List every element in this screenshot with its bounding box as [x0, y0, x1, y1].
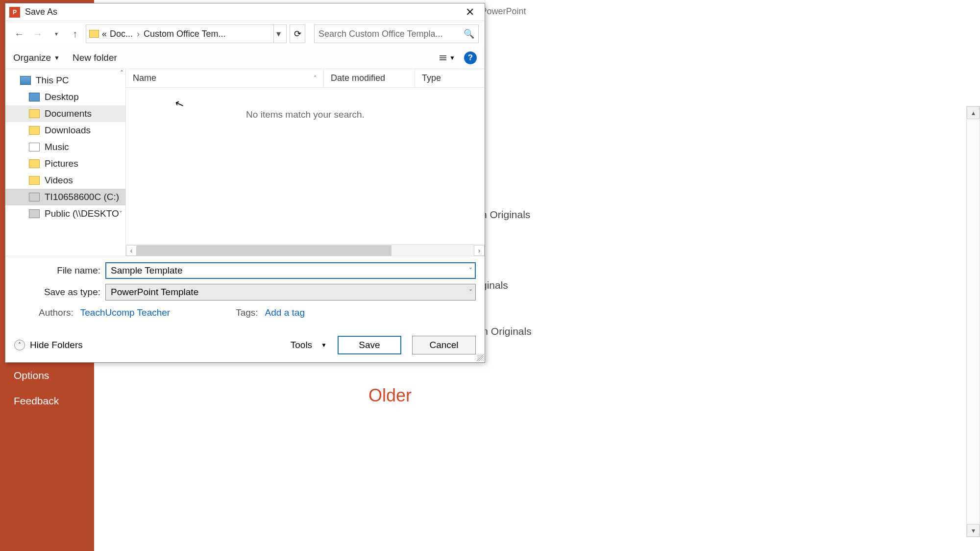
- documents-icon: [29, 109, 40, 118]
- search-placeholder: Search Custom Office Templa...: [318, 29, 442, 39]
- chevron-down-icon[interactable]: ˅: [469, 267, 472, 275]
- scroll-thumb[interactable]: [137, 245, 392, 256]
- view-mode-button[interactable]: ▼: [440, 54, 455, 61]
- scroll-down-icon[interactable]: ▾: [967, 524, 980, 537]
- refresh-button[interactable]: ⟳: [290, 25, 305, 43]
- savetype-select[interactable]: PowerPoint Template˅: [105, 284, 476, 301]
- pictures-icon: [29, 159, 40, 168]
- file-list-pane: Name˄ Date modified Type No items match …: [126, 69, 485, 256]
- folder-tree: ˄ This PC Desktop Documents Downloads Mu…: [5, 69, 126, 256]
- column-header-name[interactable]: Name˄: [126, 69, 324, 87]
- tree-item-music[interactable]: Music: [5, 139, 125, 155]
- dialog-toolbar: Organize▼ New folder ▼ ?: [5, 47, 485, 69]
- save-as-dialog: P Save As ✕ ← → ▾ ↑ « Doc... › Custom Of…: [5, 3, 485, 363]
- breadcrumb-segment[interactable]: «: [102, 29, 107, 39]
- dialog-title: Save As: [25, 7, 57, 17]
- new-folder-button[interactable]: New folder: [73, 52, 117, 63]
- savetype-label: Save as type:: [14, 287, 100, 298]
- column-header-date[interactable]: Date modified: [324, 69, 415, 87]
- powerpoint-app-icon: P: [9, 7, 20, 18]
- chevron-down-icon[interactable]: ˅: [119, 210, 122, 218]
- sort-indicator-icon: ˄: [314, 75, 317, 82]
- nav-back-button[interactable]: ←: [11, 26, 27, 42]
- pc-icon: [20, 76, 31, 85]
- drive-icon: [29, 193, 40, 201]
- tree-item-drive-c[interactable]: TI10658600C (C:): [5, 189, 125, 205]
- scroll-left-icon[interactable]: ‹: [126, 245, 137, 256]
- tree-scroll-up-icon[interactable]: ˄: [120, 69, 123, 77]
- organize-menu[interactable]: Organize▼: [13, 52, 60, 63]
- horizontal-scrollbar[interactable]: ‹ ›: [126, 244, 485, 256]
- videos-icon: [29, 176, 40, 185]
- authors-label: Authors:: [39, 307, 74, 318]
- save-button[interactable]: Save: [338, 336, 401, 354]
- tree-item-pictures[interactable]: Pictures: [5, 155, 125, 172]
- tags-value[interactable]: Add a tag: [265, 307, 305, 318]
- tree-item-desktop[interactable]: Desktop: [5, 89, 125, 105]
- chevron-down-icon: ▼: [321, 342, 327, 349]
- list-view-icon: [440, 55, 446, 60]
- nav-history-dropdown[interactable]: ▾: [49, 26, 64, 42]
- chevron-down-icon: ▼: [449, 54, 455, 61]
- address-dropdown-icon[interactable]: ▾: [273, 25, 283, 43]
- folder-icon: [89, 30, 99, 38]
- tools-menu[interactable]: Tools▼: [291, 340, 327, 351]
- chevron-right-icon[interactable]: ›: [136, 29, 141, 39]
- authors-value[interactable]: TeachUcomp Teacher: [80, 307, 170, 318]
- vertical-scrollbar[interactable]: ▴ ▾: [966, 106, 980, 537]
- desktop-icon: [29, 93, 40, 101]
- sidebar-item-feedback[interactable]: Feedback: [0, 388, 94, 414]
- breadcrumb-segment[interactable]: Custom Office Tem...: [144, 29, 225, 39]
- network-drive-icon: [29, 209, 40, 218]
- tree-item-this-pc[interactable]: This PC: [5, 72, 125, 89]
- empty-message: No items match your search.: [126, 88, 485, 244]
- cancel-button[interactable]: Cancel: [412, 336, 476, 354]
- tree-item-videos[interactable]: Videos: [5, 172, 125, 189]
- nav-up-button[interactable]: ↑: [67, 26, 83, 42]
- tree-item-documents[interactable]: Documents: [5, 105, 125, 122]
- chevron-down-icon: ▼: [54, 54, 60, 61]
- hide-folders-button[interactable]: ˄ Hide Folders: [14, 340, 83, 351]
- filename-label: File name:: [14, 265, 100, 276]
- resize-grip-icon[interactable]: [477, 354, 484, 361]
- downloads-icon: [29, 126, 40, 135]
- dialog-nav-row: ← → ▾ ↑ « Doc... › Custom Office Tem... …: [5, 21, 485, 47]
- dialog-titlebar: P Save As ✕: [5, 3, 485, 21]
- tree-item-downloads[interactable]: Downloads: [5, 122, 125, 139]
- scroll-up-icon[interactable]: ▴: [967, 106, 980, 119]
- music-icon: [29, 143, 40, 151]
- sidebar-item-options[interactable]: Options: [0, 363, 94, 388]
- search-icon[interactable]: 🔍: [464, 28, 474, 39]
- chevron-up-icon: ˄: [14, 340, 25, 351]
- nav-forward-button[interactable]: →: [30, 26, 46, 42]
- address-breadcrumb[interactable]: « Doc... › Custom Office Tem... ▾: [86, 25, 287, 43]
- column-headers: Name˄ Date modified Type: [126, 69, 485, 88]
- help-button[interactable]: ?: [464, 51, 477, 64]
- dialog-close-button[interactable]: ✕: [459, 4, 481, 20]
- dialog-bottom: File name: Sample Template˅ Save as type…: [5, 256, 485, 362]
- breadcrumb-segment[interactable]: Doc...: [110, 29, 133, 39]
- scroll-track[interactable]: [967, 119, 980, 524]
- column-header-type[interactable]: Type: [415, 69, 485, 87]
- tree-item-public[interactable]: Public (\\DESKTO˅: [5, 205, 125, 222]
- tags-label: Tags:: [236, 307, 258, 318]
- older-heading: Older: [368, 385, 412, 406]
- filename-input[interactable]: Sample Template˅: [105, 262, 476, 279]
- chevron-down-icon[interactable]: ˅: [469, 288, 472, 296]
- scroll-right-icon[interactable]: ›: [474, 245, 485, 256]
- scroll-track[interactable]: [137, 245, 474, 256]
- search-input[interactable]: Search Custom Office Templa... 🔍: [314, 25, 479, 43]
